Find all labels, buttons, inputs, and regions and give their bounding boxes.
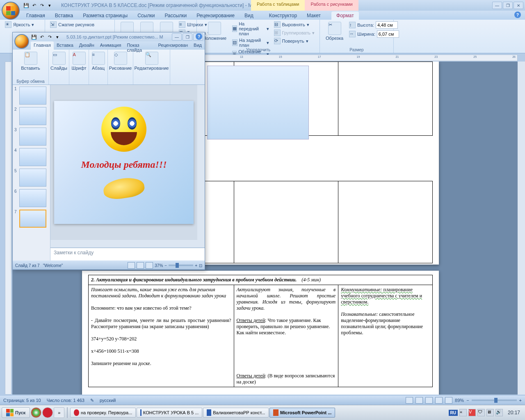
slide-thumbnails[interactable]: 1 2 3 4 5 6 7 [13, 85, 50, 260]
thumbnail-7[interactable]: 7 [14, 210, 48, 228]
crop-button[interactable]: ✂Обрезка [323, 21, 346, 41]
vertical-ruler[interactable] [5, 62, 11, 395]
view-outline-button[interactable] [435, 397, 443, 404]
ppt-save-icon[interactable]: 💾 [31, 34, 37, 40]
width-input[interactable] [377, 30, 399, 38]
ppt-paste-button[interactable]: 📋Вставить [15, 51, 46, 71]
taskbar-item-1[interactable]: на проверку. Первоура... [70, 408, 136, 418]
quicklaunch-opera[interactable] [42, 407, 53, 418]
save-icon[interactable]: 💾 [23, 2, 30, 9]
thumbnail-4[interactable]: 4 [14, 148, 48, 166]
tab-maket[interactable]: Макет [302, 11, 326, 20]
qat-dropdown-icon[interactable]: ▾ [46, 2, 53, 9]
ppt-draw-button[interactable]: ◇Рисование [110, 51, 130, 71]
vertical-scrollbar[interactable] [518, 62, 525, 395]
ppt-tab-review[interactable]: Рецензирован [155, 41, 191, 50]
status-zoom[interactable]: 89% [455, 398, 464, 403]
tab-constructor[interactable]: Конструктор [264, 11, 302, 20]
context-tab-pictures[interactable]: Работа с рисунками [305, 0, 358, 11]
ppt-horizontal-scrollbar[interactable] [50, 240, 205, 247]
maximize-button[interactable]: ❐ [503, 2, 513, 9]
ppt-zoom-in-button[interactable]: + [195, 263, 197, 268]
status-page[interactable]: Страница: 5 из 10 [3, 398, 41, 403]
view-reading-button[interactable] [415, 397, 423, 404]
thumbnail-6[interactable]: 6 [14, 189, 48, 207]
undo-icon[interactable]: ↶ [31, 2, 37, 9]
notes-pane[interactable]: Заметки к слайду [50, 247, 205, 260]
tab-insert[interactable]: Вставка [50, 11, 78, 20]
redo-icon[interactable]: ↷ [39, 2, 45, 9]
quicklaunch-more[interactable]: » [54, 407, 64, 418]
tab-home[interactable]: Главная [21, 11, 50, 20]
back-button[interactable]: ▧На задний план ▾ [231, 37, 270, 48]
ppt-tab-design[interactable]: Дизайн [76, 41, 97, 50]
ppt-edit-button[interactable]: 🔍Редактирование [136, 51, 167, 71]
tray-icon-monitor[interactable]: 🖥 [486, 409, 494, 416]
zoom-out-button[interactable]: − [466, 398, 469, 403]
taskbar-item-4[interactable]: Microsoft PowerPoint ... [269, 408, 335, 418]
ppt-tab-home[interactable]: Главная [31, 41, 54, 50]
ppt-view-normal-button[interactable] [128, 262, 135, 269]
ppt-qat-dropdown-icon[interactable]: ▾ [54, 34, 61, 40]
status-words[interactable]: Число слов: 1 463 [47, 398, 84, 403]
close-button[interactable]: ✕ [514, 2, 523, 9]
ppt-status-slide[interactable]: Слайд 7 из 7 [15, 263, 40, 268]
status-spell-icon[interactable]: ✎ [90, 398, 94, 403]
tab-review[interactable]: Рецензирование [192, 11, 240, 20]
ppt-vertical-scrollbar[interactable] [197, 85, 205, 240]
ppt-zoom-slider[interactable] [169, 265, 193, 266]
help-icon[interactable]: ? [514, 11, 521, 18]
taskbar-item-2[interactable]: КОНСТРУКТ УРОКА В 5 ... [137, 408, 202, 418]
view-web-button[interactable] [425, 397, 433, 404]
thumbnail-5[interactable]: 5 [14, 169, 48, 187]
ppt-help-icon[interactable]: ? [196, 33, 202, 40]
ppt-tab-animation[interactable]: Анимация [97, 41, 124, 50]
view-print-layout-button[interactable] [406, 397, 413, 404]
ppt-slides-button[interactable]: ▭Слайды [51, 51, 66, 71]
minimize-button[interactable]: — [492, 2, 502, 9]
taskbar-item-3[interactable]: ВалиахметоваРР конст... [203, 408, 269, 418]
ppt-status-zoom[interactable]: 37% [155, 263, 163, 268]
ppt-maximize-button[interactable]: ❐ [183, 33, 192, 41]
thumbnail-3[interactable]: 3 [14, 128, 48, 146]
compress-button[interactable]: ⇲Сжатие рисунков [48, 21, 96, 28]
ppt-fit-button[interactable]: ⊡ [199, 263, 202, 268]
start-button[interactable]: Пуск [2, 407, 30, 418]
tray-icon-shield[interactable]: 🛡 [477, 409, 485, 416]
office-button[interactable] [2, 2, 20, 20]
thumbnail-1[interactable]: 1 [14, 87, 48, 105]
slide-canvas[interactable]: Молодцы ребята!!! [50, 85, 197, 240]
ppt-tab-slideshow[interactable]: Показ слайда [124, 41, 155, 50]
context-tab-tables[interactable]: Работа с таблицами [251, 0, 305, 11]
align-button[interactable]: ⊟Выровнять ▾ [272, 21, 317, 28]
front-button[interactable]: ▦На передний план ▾ [231, 21, 270, 37]
tab-format[interactable]: Формат [331, 11, 359, 20]
ppt-view-sorter-button[interactable] [137, 262, 144, 269]
thumbnail-2[interactable]: 2 [14, 107, 48, 125]
language-indicator[interactable]: RU [449, 410, 458, 416]
quicklaunch-chrome[interactable] [31, 407, 41, 418]
tray-icon[interactable]: « [459, 409, 467, 416]
tab-mailings[interactable]: Рассылки [160, 11, 192, 20]
ppt-tab-insert[interactable]: Вставка [54, 41, 76, 50]
tray-icon-volume[interactable]: 🔊 [495, 409, 503, 416]
view-draft-button[interactable] [445, 397, 452, 404]
ppt-undo-icon[interactable]: ↶ [39, 34, 45, 40]
brightness-button[interactable]: ☀Яркость ▾ [3, 21, 36, 28]
ppt-view-slideshow-button[interactable] [146, 262, 153, 269]
tab-layout[interactable]: Разметка страницы [78, 11, 132, 20]
ppt-redo-icon[interactable]: ↷ [46, 34, 53, 40]
tab-references[interactable]: Ссылки [132, 11, 160, 20]
ppt-para-button[interactable]: ≡Абзац [91, 51, 105, 71]
ppt-office-button[interactable] [14, 34, 29, 49]
zoom-in-button[interactable]: + [519, 398, 522, 403]
status-lang[interactable]: русский [100, 398, 116, 403]
height-input[interactable] [376, 21, 398, 29]
ppt-font-button[interactable]: AШрифт [72, 51, 86, 71]
zoom-slider[interactable] [472, 399, 517, 401]
ppt-zoom-out-button[interactable]: − [164, 263, 167, 268]
tray-icon-av[interactable]: V [468, 409, 476, 416]
clock[interactable]: 20:17 [504, 410, 523, 415]
ppt-minimize-button[interactable]: — [172, 33, 182, 41]
tab-view[interactable]: Вид [240, 11, 258, 20]
